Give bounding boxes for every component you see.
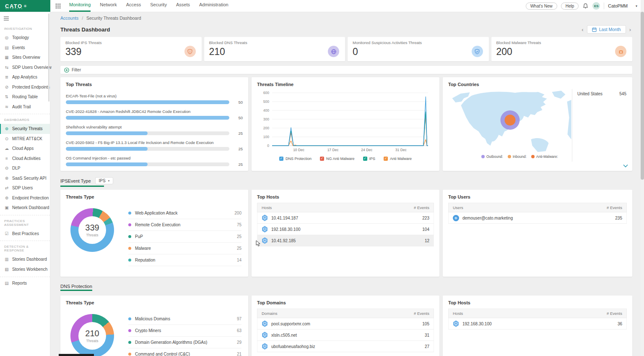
whats-new-button[interactable]: What's New: [526, 3, 557, 10]
nav-security[interactable]: Security: [150, 0, 167, 12]
sidebar-item-stories-workbench[interactable]: ▧Stories Workbench: [0, 264, 50, 275]
sidebar-item-topology[interactable]: ◎Topology: [0, 33, 50, 43]
donut-total-label: Threats: [86, 339, 99, 343]
page-scrollbar-thumb[interactable]: [641, 12, 644, 180]
sidebar-item-network-dashboard[interactable]: ▣Network Dashboard: [0, 203, 50, 213]
legend-checkbox-dns-protection[interactable]: ✓: [279, 157, 283, 161]
page-scrollbar-track[interactable]: [641, 0, 644, 356]
sidebar-item-endpoint-protection[interactable]: ⊕Endpoint Protection: [0, 193, 50, 203]
sidebar-item-cloud-activities[interactable]: ≡Cloud Activities: [0, 154, 50, 164]
user-avatar[interactable]: ES: [592, 2, 600, 10]
panel-title: Top Threats: [66, 82, 243, 87]
sidebar-item-routing-table[interactable]: ⇅Routing Table: [0, 92, 50, 102]
table-row-10-41-92-185[interactable]: 10.41.92.18512: [257, 235, 434, 246]
sidebar-item-stories-dashboard[interactable]: ▥Stories Dashboard: [0, 254, 50, 264]
sidebar-item-events[interactable]: ▤Events: [0, 43, 50, 53]
legend-label: Reputation: [135, 258, 233, 262]
sidebar-item-sdp-users[interactable]: ⇄SDP Users: [0, 183, 50, 193]
event-type-dropdown[interactable]: IPS ▾: [95, 177, 114, 184]
sidebar-item-label: Security Threats: [12, 126, 43, 131]
sidebar-item-label: Cloud Activities: [12, 156, 41, 161]
filter-bar[interactable]: Filter: [60, 66, 632, 74]
row-value: 223: [422, 216, 429, 220]
svg-text:24 Dec: 24 Dec: [361, 148, 373, 152]
table-row-demouser-cato-marketing[interactable]: Ddemouser@cato.marketing235: [448, 212, 627, 224]
date-next-button[interactable]: ›: [628, 26, 632, 33]
dns-top-hosts-panel: Top Hosts Hosts# Events192.168.30.10036: [443, 296, 632, 356]
help-button[interactable]: Help: [561, 3, 579, 10]
threat-bar-fill: [66, 116, 229, 120]
sidebar-item-security-threats[interactable]: ⊚Security Threats: [0, 124, 50, 134]
legend-checkbox-ng-anti-malware[interactable]: ✓: [320, 157, 324, 161]
stat-label: Blocked DNS Threats: [209, 40, 340, 45]
date-prev-button[interactable]: ‹: [580, 26, 584, 33]
sidebar-item-best-practices[interactable]: ☑Best Practices: [0, 229, 50, 239]
table-row-10-41-194-187[interactable]: 10.41.194.187223: [257, 212, 434, 224]
legend-label: Domain Generation Algorithms (DGAs): [135, 340, 233, 345]
app-grid-icon[interactable]: [55, 3, 61, 9]
sidebar-item-app-analytics[interactable]: ≣App Analytics: [0, 72, 50, 82]
legend-checkbox-anti-malware[interactable]: ✓: [384, 157, 388, 161]
sidebar-item-saas-security-api[interactable]: ⊗SaaS Security API: [0, 173, 50, 183]
sidebar-item-dlp[interactable]: ⊖DLP: [0, 163, 50, 173]
breadcrumb-accounts-link[interactable]: Accounts: [60, 16, 78, 21]
row-label: ubofuabneuafaohog.biz: [271, 344, 425, 349]
ips-threats-type-panel: Threats Type 339ThreatsWeb Application A…: [60, 190, 248, 277]
account-dropdown-caret[interactable]: ▾: [636, 4, 637, 8]
sidebar-item-audit-trail[interactable]: ≋Audit Trail: [0, 102, 50, 112]
table-header: Domains# Events: [257, 309, 434, 318]
notifications-bell-icon[interactable]: [582, 3, 589, 9]
panel-title: Threats Type: [66, 300, 243, 305]
panel-title: Top Users: [448, 194, 627, 199]
legend-label: DNS Protection: [286, 157, 312, 161]
date-range-picker[interactable]: Last Month: [587, 25, 626, 34]
sidebar-item-mitre-att-ck[interactable]: ⊙MITRE ATT&CK: [0, 134, 50, 144]
host-icon: [262, 343, 268, 350]
table-row-xlsln-c505-net[interactable]: xlsln.c505.net31: [257, 330, 434, 341]
sidebar-item-label: MITRE ATT&CK: [12, 136, 42, 141]
nav-network[interactable]: Network: [100, 0, 117, 12]
legend-value: 29: [237, 340, 242, 345]
legend-label: IPS: [369, 157, 376, 161]
sidebar-item-reports[interactable]: ▤Reports: [0, 278, 50, 288]
donut-total: 339: [85, 223, 99, 233]
sidebar-item-sites-overview[interactable]: ▦Sites Overview: [0, 52, 50, 63]
table-row-pool-supportxmr-com[interactable]: pool.supportxmr.com105: [257, 318, 434, 330]
stat-card-blocked-malware-threats: Blocked Malware Threats200: [491, 37, 633, 61]
stat-value: 210: [209, 46, 340, 58]
host-icon: [262, 226, 268, 233]
legend-dot: [128, 317, 131, 320]
nav-administration[interactable]: Administration: [199, 0, 229, 12]
cloud-apps-icon: ☁: [4, 146, 9, 151]
svg-text:10 Dec: 10 Dec: [293, 148, 305, 152]
nav-access[interactable]: Access: [126, 0, 141, 12]
threats-timeline-chart: 010020030040050060010 Dec17 Dec24 Dec31 …: [257, 87, 434, 155]
sidebar-item-cloud-apps[interactable]: ☁Cloud Apps: [0, 144, 50, 154]
threat-bar-os-command-injection-etc-passwd: OS Command Injection - etc passwd25: [66, 156, 243, 167]
sidebar-scrollbar[interactable]: [48, 13, 49, 102]
expand-chevron-icon[interactable]: [623, 162, 628, 169]
world-map[interactable]: [448, 90, 572, 153]
stat-value: 0: [353, 46, 484, 58]
legend-checkbox-ips[interactable]: ✓: [363, 157, 367, 161]
row-label: 10.41.92.185: [271, 238, 425, 243]
threat-bar-track: [66, 116, 229, 120]
sidebar-collapse-icon[interactable]: [0, 12, 50, 23]
nav-assets[interactable]: Assets: [176, 0, 190, 12]
protected-endpoints-icon: ⊘: [4, 85, 9, 89]
sidebar-item-protected-endpoints[interactable]: ⊘Protected Endpoints: [0, 82, 50, 92]
sidebar-section-title: INVESTIGATION: [0, 23, 50, 33]
table-row-192-168-30-100[interactable]: 192.168.30.10036: [448, 318, 627, 330]
table-row-ubofuabneuafaohog-biz[interactable]: ubofuabneuafaohog.biz27: [257, 341, 434, 352]
row-label: xlsln.c505.net: [271, 333, 425, 338]
sidebar-item-sdp-users-overview[interactable]: ⇆SDP Users Overview: [0, 63, 50, 73]
sidebar-item-label: App Analytics: [12, 75, 37, 79]
row-value: 27: [425, 344, 429, 349]
table-row-192-168-30-100[interactable]: 192.168.30.100104: [257, 224, 434, 235]
nav-monitoring[interactable]: Monitoring: [69, 0, 91, 12]
threat-bar-fill: [66, 131, 148, 135]
legend-label: NG Anti Malware: [326, 157, 355, 161]
country-row-united-states[interactable]: United States545: [577, 92, 626, 96]
cato-logo[interactable]: CATO ✳ NETWORKS: [0, 0, 50, 12]
account-name[interactable]: CatoPMM: [608, 3, 628, 8]
